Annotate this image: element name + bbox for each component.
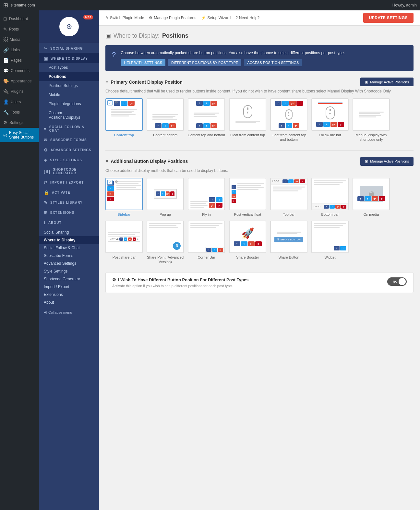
position-on-media[interactable]: 🏔 f t g+ p On media <box>353 178 390 217</box>
media-icon: 🖼 <box>3 37 8 42</box>
position-share-point[interactable]: ⇅ Share Point (Advanced Version) <box>147 221 184 264</box>
switch-plugin-mode-link[interactable]: ✎ Switch Plugin Mode <box>105 16 144 20</box>
position-float-content[interactable]: ▼ Float from content top <box>229 98 266 142</box>
toggle-settings-icon: ⚙ <box>112 277 116 282</box>
position-fly-in[interactable]: f t g+ p Fly in <box>188 178 225 217</box>
manage-icon: ▣ <box>365 159 368 164</box>
sidebar-item-shortcode-generator[interactable]: [S] SHORTCODE GENERATOR <box>39 164 99 177</box>
sidebar-item-where-to-display[interactable]: ▣ WHERE TO DISPLAY <box>39 53 99 63</box>
page-title-icon: ▣ <box>105 32 111 39</box>
flat-link-subscribe-forms[interactable]: Subscribe Forms <box>39 252 99 260</box>
logo-icon: ⊛ <box>66 22 72 31</box>
gear-icon: ⚙ <box>114 100 119 105</box>
position-share-button[interactable]: ⇅ SHARE BUTTON Share Button <box>270 221 307 264</box>
position-float-both[interactable]: f t g+ p ▼ f t <box>270 98 307 142</box>
admin-menu-users[interactable]: 👤 Users <box>0 97 39 107</box>
position-popup[interactable]: f t g+ p Pop up <box>147 178 184 217</box>
selected-checkmark: ✓ <box>107 100 113 105</box>
admin-menu-pages[interactable]: 📄 Pages <box>0 55 39 66</box>
flat-link-social-follow[interactable]: Social Follow & Chat <box>39 244 99 252</box>
position-card-img: ▼ <box>229 98 266 131</box>
position-follow-me-bar[interactable]: ▼ f t g+ p Follow me bar <box>311 98 349 142</box>
tw-btn: t <box>365 196 371 201</box>
position-label: Widget <box>311 255 349 260</box>
position-post-share-bar[interactable]: ◀ TITLE f t g+ p ▶ Post share bar <box>105 221 143 264</box>
sidebar-section-label: SUBSCRIBE FORMS <box>50 138 87 142</box>
flat-link-about[interactable]: About <box>39 298 99 306</box>
sidebar-sub-post-types[interactable]: Post Types <box>39 63 99 72</box>
position-post-vertical-float[interactable]: f t g+ p <box>229 178 266 217</box>
sidebar-item-styles-library[interactable]: ✎ STYLES LIBRARY <box>39 197 99 207</box>
flat-link-where-to-display[interactable]: Where to Display <box>39 236 99 244</box>
position-top-bar[interactable]: LOGO f t g+ p <box>270 178 307 217</box>
posts-icon: ✎ <box>3 27 7 32</box>
manage-plugin-features-link[interactable]: ⚙ Manage Plugin Features <box>149 16 196 20</box>
flat-link-extensions[interactable]: Extensions <box>39 291 99 298</box>
sidebar-sub-mobile[interactable]: Mobile <box>39 90 99 99</box>
access-position-settings-btn[interactable]: ACCESS POSITION SETTINGS <box>244 59 302 66</box>
position-corner-bar[interactable]: f t g+ Corner Bar <box>188 221 225 264</box>
setup-wizard-link[interactable]: ⚡ Setup Wizard <box>201 16 231 20</box>
flat-link-style-settings[interactable]: Style Settings <box>39 267 99 275</box>
need-help-link[interactable]: ? Need Help? <box>235 16 259 20</box>
position-card-img: ⇅ SHARE BUTTON <box>270 221 307 253</box>
update-settings-button[interactable]: UPDATE SETTINGS <box>363 13 414 23</box>
admin-menu-appearance[interactable]: 🎨 Appearance <box>0 76 39 86</box>
position-content-top-bottom[interactable]: f t g+ f t <box>188 98 225 142</box>
site-name: sitename.com <box>11 3 35 7</box>
primary-manage-positions-btn[interactable]: ▣ Manage Active Positions <box>360 78 414 86</box>
sidebar-item-social-sharing[interactable]: ⤷ SOCIAL SHARING <box>39 43 99 53</box>
flat-link-shortcode-generator[interactable]: Shortcode Generator <box>39 275 99 283</box>
position-share-booster[interactable]: 🚀 f t g+ p Share Booster <box>229 221 266 264</box>
sidebar-item-subscribe-forms[interactable]: ✉ SUBSCRIBE FORMS <box>39 134 99 144</box>
different-post-types-toggle[interactable]: NO <box>387 277 407 286</box>
sidebar-item-import-export[interactable]: ⇄ IMPORT / EXPORT <box>39 177 99 187</box>
admin-menu-dashboard[interactable]: ⊡ Dashboard <box>0 14 39 24</box>
collapse-menu-button[interactable]: ◀ Collapse menu <box>39 308 99 317</box>
position-content-bottom[interactable]: f t g+ Content bottom <box>147 98 184 142</box>
position-card-img: ⇅ <box>147 221 184 253</box>
manage-features-label: Manage Plugin Features <box>154 16 196 20</box>
style-icon: ◈ <box>44 158 47 163</box>
position-sidebar[interactable]: ✓ ⚙ f t g+ p <box>105 178 143 217</box>
sidebar-item-activate[interactable]: 🔒 ACTIVATE <box>39 187 99 197</box>
admin-menu-comments[interactable]: 💬 Comments <box>0 66 39 76</box>
different-positions-btn[interactable]: DIFFERENT POSITIONS BY POST TYPE <box>168 59 241 66</box>
admin-menu-tools[interactable]: 🔧 Tools <box>0 107 39 117</box>
additional-manage-positions-btn[interactable]: ▣ Manage Active Positions <box>360 157 414 166</box>
position-card-img: f t g+ p <box>229 178 266 210</box>
admin-menu-media[interactable]: 🖼 Media <box>0 34 39 45</box>
admin-menu-links[interactable]: 🔗 Links <box>0 45 39 55</box>
social-row-bottom: f t g+ <box>279 123 299 128</box>
sidebar-sub-plugin-integrations[interactable]: Plugin Integrations <box>39 99 99 108</box>
admin-menu-posts[interactable]: ✎ Posts <box>0 24 39 34</box>
flat-link-social-sharing[interactable]: Social Sharing <box>39 228 99 236</box>
fb-btn: f <box>316 122 323 127</box>
position-widget[interactable]: f t Widget <box>311 221 349 264</box>
sidebar-sub-positions[interactable]: Positions <box>39 72 99 81</box>
sidebar-item-style-settings[interactable]: ◈ STYLE SETTINGS <box>39 154 99 164</box>
flat-link-advanced-settings[interactable]: Advanced Settings <box>39 260 99 267</box>
position-manual-shortcode[interactable]: Manual display with shortcode only <box>353 98 390 142</box>
position-content-top[interactable]: ✓ ⚙ f t g+ <box>105 98 143 142</box>
tw-btn: t <box>124 237 127 241</box>
social-row-2: g+ p <box>209 203 222 208</box>
admin-menu-plugins[interactable]: 🔌 Plugins <box>0 86 39 97</box>
page-title-prefix: Where to Display: <box>114 32 160 39</box>
sidebar-item-extensions[interactable]: ⊞ EXTENSIONS <box>39 207 99 217</box>
sidebar-sub-custom-positions[interactable]: Custom Positions/Displays <box>39 108 99 122</box>
section-menu-icon: ≡ <box>105 79 108 85</box>
sidebar-item-social-follow[interactable]: ♥ SOCIAL FOLLOW & CHAT <box>39 122 99 134</box>
sidebar-item-advanced-settings[interactable]: ⚙ ADVANCED SETTINGS <box>39 144 99 154</box>
position-card-img: ✓ ⚙ f t g+ p <box>105 178 143 210</box>
plugin-logo: ⊛ <box>59 17 79 36</box>
position-bottom-bar[interactable]: LOGO f t g+ p Bottom bar <box>311 178 349 217</box>
position-label: Top bar <box>270 212 307 217</box>
admin-menu-settings[interactable]: ⚙ Settings <box>0 117 39 128</box>
sidebar-item-about[interactable]: ℹ ABOUT <box>39 217 99 227</box>
sidebar-sub-position-settings[interactable]: Position Settings <box>39 81 99 90</box>
help-with-settings-btn[interactable]: HELP WITH SETTINGS <box>121 59 165 66</box>
admin-menu-easy-social[interactable]: ◎ Easy Social Share Buttons <box>0 128 39 142</box>
flat-link-import-export[interactable]: Import / Export <box>39 283 99 291</box>
rocket-icon: 🚀 <box>241 227 254 239</box>
